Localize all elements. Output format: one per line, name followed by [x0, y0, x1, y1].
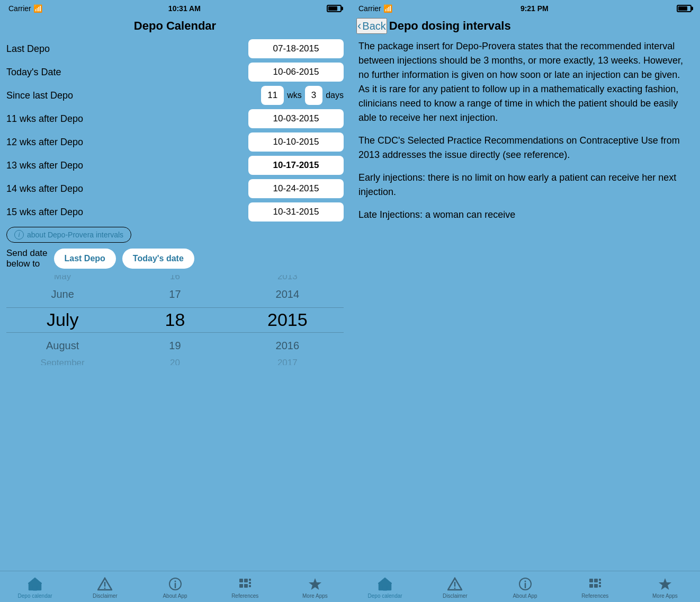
tab-about-app-label: About App	[163, 593, 187, 599]
value-12wks[interactable]: 10-10-2015	[248, 132, 344, 152]
info-pill-button[interactable]: i about Depo-Provera intervals	[6, 227, 131, 243]
days-text: days	[326, 91, 344, 100]
row-15wks: 15 wks after Depo 10-31-2015	[6, 202, 344, 222]
right-status-bar: Carrier 📶 9:21 PM	[350, 0, 700, 15]
svg-marker-18	[378, 578, 392, 583]
right-tab-bar: Depo calendar Disclaimer Abo	[350, 571, 700, 602]
right-tab-disclaimer-label: Disclaimer	[443, 593, 468, 599]
left-time: 10:31 AM	[168, 4, 201, 13]
row-14wks: 14 wks after Depo 10-24-2015	[6, 179, 344, 198]
svg-rect-19	[383, 586, 387, 590]
since-wks-value: 11	[261, 86, 284, 105]
since-days-value: 3	[305, 86, 322, 105]
day-picker-col[interactable]: 16 17 18 19 20	[119, 275, 231, 365]
paragraph-3: Early injections: there is no limit on h…	[358, 171, 692, 199]
since-row-right: 11 wks 3 days	[261, 86, 344, 105]
right-title: Depo dosing intervals	[389, 19, 511, 33]
day-18: 18	[119, 304, 231, 336]
tab-more-apps[interactable]: More Apps	[280, 576, 350, 600]
month-picker-col[interactable]: May June July August September	[6, 275, 119, 365]
warning-icon	[97, 577, 113, 591]
todays-date-value[interactable]: 10-06-2015	[248, 63, 344, 82]
right-tab-disclaimer[interactable]: Disclaimer	[420, 576, 490, 600]
svg-rect-9	[239, 579, 243, 582]
right-header: ‹ Back Depo dosing intervals	[350, 15, 700, 39]
svg-rect-27	[594, 579, 598, 582]
tab-disclaimer-label: Disclaimer	[93, 593, 118, 599]
back-button[interactable]: ‹ Back	[356, 18, 387, 34]
right-battery	[677, 5, 692, 12]
month-august: August	[6, 336, 119, 355]
svg-rect-2	[33, 586, 37, 590]
right-tab-references[interactable]: References	[560, 576, 630, 600]
paragraph-2: The CDC's Selected Practice Recommendati…	[358, 134, 692, 162]
todays-date-row: Today's Date 10-06-2015	[6, 63, 344, 82]
svg-rect-11	[239, 584, 243, 588]
year-2016: 2016	[231, 336, 344, 355]
star-icon	[307, 577, 323, 591]
tab-more-apps-label: More Apps	[302, 593, 328, 599]
last-depo-send-button[interactable]: Last Depo	[54, 249, 116, 269]
month-september: September	[6, 355, 119, 365]
info-circle-icon: i	[14, 230, 24, 240]
value-11wks[interactable]: 10-03-2015	[248, 109, 344, 128]
svg-rect-30	[599, 579, 601, 581]
info-row: i about Depo-Provera intervals	[6, 227, 344, 243]
tab-disclaimer[interactable]: Disclaimer	[70, 576, 140, 600]
svg-rect-10	[244, 579, 248, 582]
paragraph-4: Late Injections: a woman can receive	[358, 208, 692, 222]
value-15wks[interactable]: 10-31-2015	[248, 202, 344, 222]
right-tab-depo-calendar[interactable]: Depo calendar	[350, 576, 420, 600]
date-picker[interactable]: May June July August September 16 17 18 …	[6, 275, 344, 365]
left-battery	[327, 5, 342, 12]
year-2013: 2013	[231, 275, 344, 285]
month-june: June	[6, 285, 119, 304]
send-date-label: Send datebelow to	[6, 248, 48, 270]
tab-depo-calendar[interactable]: Depo calendar	[0, 576, 70, 600]
day-19: 19	[119, 336, 231, 355]
chevron-left-icon: ‹	[357, 19, 361, 33]
info-pill-label: about Depo-Provera intervals	[27, 231, 123, 239]
todays-date-send-button[interactable]: Today's date	[122, 249, 194, 269]
day-17: 17	[119, 285, 231, 304]
right-tab-about-app[interactable]: About App	[490, 576, 560, 600]
value-13wks[interactable]: 10-17-2015	[248, 156, 344, 175]
right-info-icon	[517, 577, 533, 591]
last-depo-value[interactable]: 07-18-2015	[248, 39, 344, 58]
right-tab-more-apps-label: More Apps	[652, 593, 678, 599]
left-main: Last Depo 07-18-2015 Today's Date 10-06-…	[0, 39, 350, 571]
tab-references-label: References	[231, 593, 258, 599]
right-carrier: Carrier 📶	[358, 4, 392, 13]
svg-point-5	[104, 588, 106, 589]
svg-rect-26	[589, 579, 593, 582]
left-carrier: Carrier 📶	[8, 4, 42, 13]
right-home-icon	[377, 577, 393, 591]
label-15wks: 15 wks after Depo	[6, 207, 83, 218]
year-2015: 2015	[231, 304, 344, 336]
month-july: July	[6, 304, 119, 336]
wks-text: wks	[287, 91, 302, 100]
day-20: 20	[119, 355, 231, 365]
tab-references[interactable]: References	[210, 576, 280, 600]
year-picker-col[interactable]: 2013 2014 2015 2016 2017	[231, 275, 344, 365]
svg-marker-1	[28, 578, 42, 583]
right-star-icon	[657, 577, 673, 591]
left-phone: Carrier 📶 10:31 AM Depo Calendar Last De…	[0, 0, 350, 602]
svg-marker-33	[659, 578, 671, 590]
right-tab-references-label: References	[581, 593, 608, 599]
svg-rect-12	[244, 584, 248, 588]
label-12wks: 12 wks after Depo	[6, 137, 83, 148]
svg-rect-29	[594, 584, 598, 588]
tab-about-app[interactable]: About App	[140, 576, 210, 600]
last-depo-row: Last Depo 07-18-2015	[6, 39, 344, 58]
day-16: 16	[119, 275, 231, 285]
row-13wks: 13 wks after Depo 10-17-2015	[6, 156, 344, 175]
right-tab-more-apps[interactable]: More Apps	[630, 576, 700, 600]
label-14wks: 14 wks after Depo	[6, 183, 83, 194]
svg-rect-31	[599, 582, 601, 584]
label-11wks: 11 wks after Depo	[6, 113, 83, 125]
svg-rect-14	[249, 582, 251, 584]
month-may: May	[6, 275, 119, 285]
value-14wks[interactable]: 10-24-2015	[248, 179, 344, 198]
svg-point-22	[454, 588, 456, 589]
